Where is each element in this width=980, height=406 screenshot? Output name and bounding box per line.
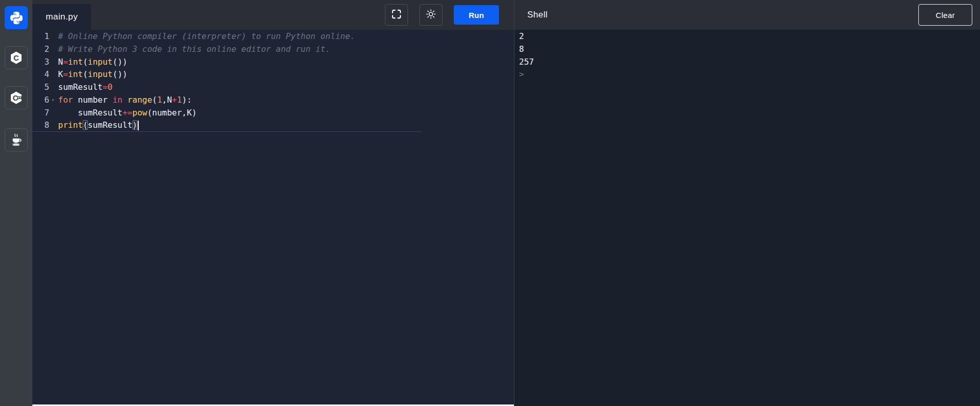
code-line: 6▾for number in range(1,N+1):: [32, 94, 514, 107]
code-line: 8print(sumResult): [32, 119, 421, 132]
shell-title: Shell: [527, 10, 548, 20]
text-cursor: [138, 121, 139, 130]
sidebar-item-java[interactable]: [5, 128, 28, 151]
sidebar-item-python[interactable]: [5, 6, 28, 29]
code-text: N=int(input()): [57, 56, 127, 69]
line-number: 8: [44, 119, 49, 131]
code-text: # Write Python 3 code in this online edi…: [57, 43, 330, 56]
code-text: sumResult=0: [57, 81, 113, 94]
editor-controls: Run: [385, 0, 499, 30]
c-icon: C: [9, 51, 23, 65]
line-number: 4: [44, 68, 49, 81]
shell-output[interactable]: 28257>: [514, 30, 980, 81]
line-number: 6: [44, 94, 49, 107]
sidebar-item-c[interactable]: C: [5, 46, 28, 69]
shell-output-line: 257: [519, 56, 980, 69]
fold-slot: [49, 107, 57, 120]
code-line: 1# Online Python compiler (interpreter) …: [32, 30, 514, 43]
fullscreen-icon: [391, 9, 402, 21]
code-line: 2# Write Python 3 code in this online ed…: [32, 43, 514, 56]
code-text: K=int(input()): [57, 68, 127, 81]
code-text: sumResult+=pow(number,K): [57, 107, 197, 120]
fold-slot: [49, 30, 57, 43]
shell-prompt: >: [519, 68, 980, 81]
fold-slot: [49, 68, 57, 81]
language-sidebar: C C: [0, 0, 32, 406]
line-number: 2: [44, 43, 49, 56]
editor-toolbar: main.py: [32, 0, 514, 30]
line-number: 7: [44, 107, 49, 120]
svg-text:C: C: [13, 54, 19, 62]
python-icon: [9, 10, 24, 26]
run-button[interactable]: Run: [454, 5, 499, 25]
fold-slot: [49, 81, 57, 94]
code-line: 3N=int(input()): [32, 56, 514, 69]
code-text: for number in range(1,N+1):: [57, 94, 192, 107]
shell-pane: Shell Clear 28257>: [514, 0, 980, 406]
java-icon: [10, 133, 23, 147]
line-number: 3: [44, 56, 49, 69]
tab-main-py[interactable]: main.py: [32, 4, 91, 30]
fold-slot: [49, 43, 57, 56]
fold-slot: [49, 119, 57, 131]
clear-button[interactable]: Clear: [918, 4, 972, 26]
fullscreen-button[interactable]: [385, 4, 408, 26]
fold-slot: [49, 56, 57, 69]
fold-arrow-icon[interactable]: ▾: [49, 94, 57, 107]
shell-output-line: 2: [519, 30, 980, 43]
editor-pane: main.py: [32, 0, 514, 406]
code-text: # Online Python compiler (interpreter) t…: [57, 30, 355, 43]
tab-label: main.py: [46, 12, 78, 22]
theme-toggle-button[interactable]: [419, 4, 442, 26]
code-editor[interactable]: 1# Online Python compiler (interpreter) …: [32, 30, 514, 132]
shell-output-line: 8: [519, 43, 980, 56]
sidebar-item-cpp[interactable]: C: [5, 86, 28, 109]
sun-icon: [426, 9, 436, 21]
line-number: 1: [44, 30, 49, 43]
cpp-icon: C: [9, 91, 23, 105]
shell-toolbar: Shell Clear: [514, 0, 980, 30]
code-line: 4K=int(input()): [32, 68, 514, 81]
code-line: 5sumResult=0: [32, 81, 514, 94]
code-text: print(sumResult): [57, 119, 139, 131]
line-number: 5: [44, 81, 49, 94]
code-line: 7 sumResult+=pow(number,K): [32, 107, 514, 120]
